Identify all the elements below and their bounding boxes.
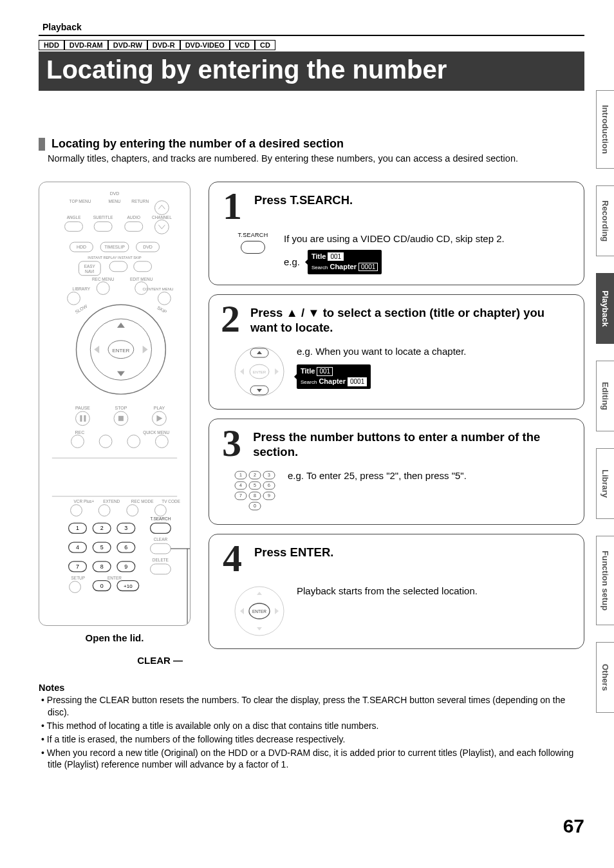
step-number: 1: [219, 190, 245, 223]
svg-text:7: 7: [76, 563, 79, 570]
svg-point-38: [76, 411, 90, 426]
svg-text:AUDIO: AUDIO: [127, 215, 140, 220]
step-title: Press T.SEARCH.: [254, 190, 353, 207]
tab-others[interactable]: Others: [596, 642, 614, 713]
svg-text:ENTER: ENTER: [112, 348, 129, 354]
remote-numpad: T.SEARCH CLEAR DELETE 123: [69, 516, 171, 592]
disc-tag: DVD-RAM: [64, 40, 108, 50]
svg-rect-5: [65, 222, 83, 231]
svg-text:CLEAR: CLEAR: [154, 537, 168, 542]
svg-rect-42: [118, 416, 124, 421]
disc-tag: CD: [255, 40, 275, 50]
remote-label: DVD: [110, 191, 120, 196]
step-2: 2 Press ▲ / ▼ to select a section (title…: [209, 294, 584, 410]
page-number: 67: [563, 815, 584, 837]
svg-text:4: 4: [76, 544, 79, 551]
svg-text:ANGLE: ANGLE: [67, 215, 82, 220]
eg-label: e.g.: [284, 255, 300, 269]
dpad-enter-icon: ENTER: [232, 584, 286, 638]
svg-text:3: 3: [268, 473, 270, 477]
remote-label: TOP MENU: [70, 199, 91, 203]
step-1: 1 Press T.SEARCH. T.SEARCH If you are us…: [209, 182, 584, 285]
svg-text:VCR Plus+: VCR Plus+: [74, 499, 95, 504]
svg-text:1: 1: [76, 525, 79, 531]
svg-point-0: [154, 201, 169, 215]
svg-rect-20: [134, 261, 152, 272]
svg-rect-7: [125, 222, 143, 231]
svg-text:+10: +10: [124, 583, 133, 589]
svg-text:EASY: EASY: [84, 264, 96, 269]
tab-editing[interactable]: Editing: [596, 361, 614, 431]
svg-text:5: 5: [100, 544, 104, 551]
svg-text:NAVI: NAVI: [85, 269, 95, 274]
svg-text:SLOW: SLOW: [75, 304, 89, 315]
svg-text:EXTEND: EXTEND: [103, 499, 120, 504]
disc-tag: DVD-RW: [108, 40, 147, 50]
svg-text:REC MODE: REC MODE: [131, 499, 154, 504]
steps-column: 1 Press T.SEARCH. T.SEARCH If you are us…: [209, 182, 584, 666]
svg-point-48: [127, 435, 140, 448]
remote-label: RETURN: [131, 199, 149, 203]
svg-text:REC: REC: [75, 430, 85, 435]
manual-page: Playback HDD DVD-RAM DVD-RW DVD-R DVD-VI…: [0, 0, 614, 868]
dpad-icon: ENTER: [232, 344, 286, 399]
step-note: e.g. To enter 25, press "2", then press …: [288, 469, 467, 483]
svg-text:TIMESLIP: TIMESLIP: [104, 245, 125, 249]
svg-text:3: 3: [124, 525, 127, 531]
svg-text:INSTANT REPLAY   INSTANT SKIP: INSTANT REPLAY INSTANT SKIP: [88, 256, 142, 259]
disc-type-row: HDD DVD-RAM DVD-RW DVD-R DVD-VIDEO VCD C…: [39, 40, 584, 50]
dpad-icon: ENTER SLOW SKIP: [75, 304, 168, 395]
side-tabs: Introduction Recording Playback Editing …: [596, 90, 614, 713]
breadcrumb: Playback: [39, 18, 584, 36]
svg-text:9: 9: [124, 563, 127, 570]
remote-label: MENU: [109, 199, 121, 203]
svg-text:QUICK MENU: QUICK MENU: [143, 430, 169, 435]
note-item: This method of locating a title is avail…: [41, 720, 584, 732]
numpad-icon: 123 456 789 0: [232, 469, 277, 514]
step-title: Press ▲ / ▼ to select a section (title o…: [250, 303, 573, 335]
svg-point-28: [158, 292, 171, 305]
section-heading-text: Locating by entering the number of a des…: [51, 137, 344, 151]
svg-text:LIBRARY: LIBRARY: [73, 287, 91, 292]
svg-text:HDD: HDD: [77, 245, 86, 249]
svg-point-46: [71, 435, 84, 448]
svg-rect-6: [94, 222, 112, 231]
tab-library[interactable]: Library: [596, 448, 614, 519]
tsearch-button-icon: T.SEARCH: [232, 232, 274, 267]
step-number: 3: [219, 427, 244, 460]
svg-text:TV CODE: TV CODE: [162, 499, 180, 504]
svg-text:CONTENT MENU: CONTENT MENU: [142, 288, 173, 292]
section-heading: Locating by entering the number of a des…: [39, 137, 584, 151]
svg-point-58: [127, 505, 138, 516]
svg-text:6: 6: [268, 483, 270, 487]
notes-list: Pressing the CLEAR button resets the num…: [41, 694, 584, 771]
page-title: Locating by entering the number: [39, 52, 584, 91]
step-note: e.g. When you want to locate a chapter.: [297, 344, 467, 359]
svg-text:ENTER: ENTER: [252, 609, 266, 614]
disc-tag: HDD: [39, 40, 64, 50]
svg-text:SKIP: SKIP: [156, 305, 168, 314]
note-item: When you record a new title (Original) o…: [41, 747, 584, 771]
svg-text:8: 8: [100, 563, 104, 570]
tab-recording[interactable]: Recording: [596, 185, 614, 256]
svg-point-56: [71, 505, 82, 516]
svg-point-49: [155, 435, 168, 448]
svg-rect-65: [151, 564, 171, 574]
svg-point-47: [99, 435, 112, 448]
svg-text:2: 2: [100, 525, 104, 531]
svg-text:REC MENU: REC MENU: [92, 277, 115, 281]
notes-heading: Notes: [39, 683, 584, 693]
svg-point-23: [97, 282, 109, 295]
svg-rect-40: [84, 415, 86, 422]
remote-column: DVD TOP MENU MENU RETURN ANGLE SUBTITLE …: [39, 182, 191, 666]
step-note: If you are using a VIDEO CD/audio CD, sk…: [284, 232, 505, 246]
remote-illustration: DVD TOP MENU MENU RETURN ANGLE SUBTITLE …: [39, 182, 191, 626]
tab-playback[interactable]: Playback: [596, 273, 614, 344]
tab-function-setup[interactable]: Function setup: [596, 536, 614, 625]
step-number: 4: [219, 542, 245, 575]
svg-text:6: 6: [124, 544, 127, 551]
svg-text:8: 8: [254, 493, 256, 498]
note-item: If a title is erased, the numbers of the…: [41, 733, 584, 746]
tab-introduction[interactable]: Introduction: [596, 90, 614, 169]
svg-point-27: [68, 292, 80, 305]
